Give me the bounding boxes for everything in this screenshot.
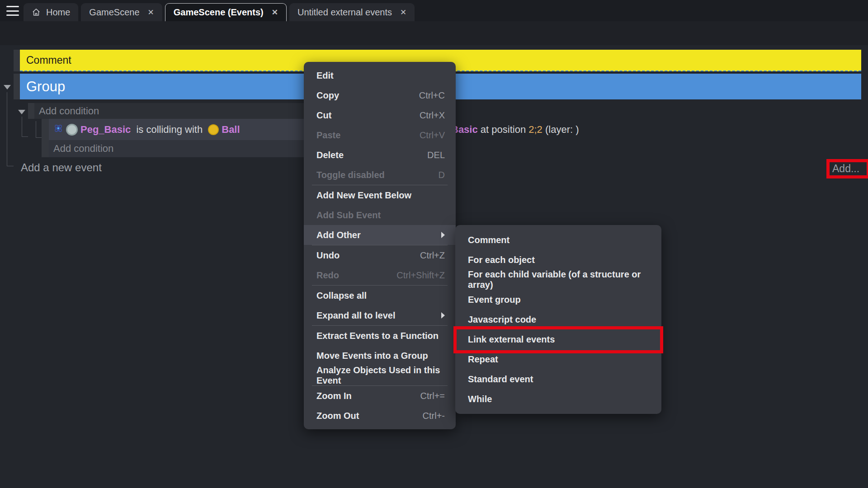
menu-item-label: Delete <box>316 150 427 160</box>
menu-item-label: Javascript code <box>468 314 651 325</box>
context-menu-item-cut[interactable]: CutCtrl+X <box>304 105 456 125</box>
tab-home[interactable]: Home <box>24 3 78 21</box>
menu-item-label: While <box>468 394 651 404</box>
submenu-item-event-group[interactable]: Event group <box>455 290 661 310</box>
menu-item-shortcut: Ctrl+Shift+Z <box>396 270 445 281</box>
drag-handle[interactable] <box>28 103 34 119</box>
collapse-arrow-icon[interactable] <box>18 110 25 114</box>
group-title: Group <box>26 79 65 95</box>
peg-basic-object-icon <box>66 124 78 136</box>
menu-item-label: Collapse all <box>316 291 445 301</box>
menu-item-shortcut: D <box>439 170 445 180</box>
condition-object-name: Peg_Basic <box>80 124 131 136</box>
toolbar: Preview Publish <box>0 21 868 45</box>
action-row[interactable]: Basic at position 2;2 (layer: ) <box>451 123 579 136</box>
context-menu-item-expand-all-to-level[interactable]: Expand all to level <box>304 305 456 325</box>
drag-handle[interactable] <box>14 50 20 71</box>
context-menu-item-toggle-disabled[interactable]: Toggle disabledD <box>304 165 456 185</box>
menu-item-shortcut: Ctrl+C <box>419 90 445 101</box>
menu-item-label: Zoom Out <box>316 411 423 421</box>
action-text: at position <box>478 124 529 136</box>
submenu-item-standard-event[interactable]: Standard event <box>455 369 661 389</box>
menu-item-label: Copy <box>316 90 419 101</box>
menu-item-label: Zoom In <box>316 391 420 401</box>
context-menu-item-extract-events-to-a-function[interactable]: Extract Events to a Function <box>304 326 456 346</box>
add-condition-label: Add condition <box>39 105 99 117</box>
menu-item-shortcut: Ctrl+- <box>423 411 445 421</box>
action-coordinates: 2;2 <box>528 124 542 136</box>
add-new-event-label: Add a new event <box>21 161 102 174</box>
menu-item-label: Comment <box>468 235 651 245</box>
tab-bar: HomeGameScene✕GameScene (Events)✕Untitle… <box>0 0 868 21</box>
tab-label: GameScene <box>89 7 139 18</box>
tree-line <box>7 166 14 166</box>
collapse-arrow-icon[interactable] <box>4 85 11 89</box>
tree-line <box>22 117 22 136</box>
tab-gamescene-events[interactable]: GameScene (Events)✕ <box>165 3 287 21</box>
condition-text: is colliding with <box>133 124 205 136</box>
tab-gamescene[interactable]: GameScene✕ <box>81 3 162 21</box>
menu-item-label: Add New Event Below <box>316 190 445 201</box>
tab-strip: HomeGameScene✕GameScene (Events)✕Untitle… <box>24 3 415 21</box>
context-menu: EditCopyCtrl+CCutCtrl+XPasteCtrl+VDelete… <box>304 62 456 429</box>
context-menu-item-redo[interactable]: RedoCtrl+Shift+Z <box>304 265 456 285</box>
condition-object2-name: Ball <box>222 124 240 136</box>
menu-item-label: Add Sub Event <box>316 210 445 221</box>
tree-line <box>22 136 28 137</box>
menu-item-shortcut: Ctrl+V <box>420 130 445 141</box>
menu-item-shortcut: Ctrl+X <box>420 110 445 121</box>
tree-line <box>36 121 36 137</box>
close-icon[interactable]: ✕ <box>148 8 154 17</box>
comment-text: Comment <box>26 54 71 66</box>
physics-behavior-icon <box>53 123 63 136</box>
context-menu-item-copy[interactable]: CopyCtrl+C <box>304 85 456 105</box>
tab-label: Home <box>46 7 70 18</box>
submenu-item-for-each-object[interactable]: For each object <box>455 250 661 270</box>
action-layer-text: (layer: ) <box>542 124 579 136</box>
menu-item-label: Event group <box>468 295 651 305</box>
add-new-event-link[interactable]: Add a new event <box>21 161 102 174</box>
close-icon[interactable]: ✕ <box>272 8 278 17</box>
menu-item-label: Extract Events to a Function <box>316 331 445 341</box>
hamburger-menu-icon[interactable] <box>6 6 19 16</box>
menu-item-shortcut: Ctrl+= <box>420 391 445 401</box>
context-menu-item-undo[interactable]: UndoCtrl+Z <box>304 245 456 265</box>
annotation-box-link-external-events <box>453 326 663 353</box>
submenu-arrow-icon <box>441 312 445 319</box>
close-icon[interactable]: ✕ <box>400 8 406 17</box>
submenu-item-while[interactable]: While <box>455 389 661 409</box>
context-menu-item-zoom-in[interactable]: Zoom InCtrl+= <box>304 386 456 406</box>
menu-item-label: Cut <box>316 110 420 121</box>
menu-item-label: Repeat <box>468 354 651 365</box>
context-menu-item-edit[interactable]: Edit <box>304 66 456 85</box>
context-menu-item-zoom-out[interactable]: Zoom OutCtrl+- <box>304 406 456 426</box>
drag-handle[interactable] <box>42 119 49 157</box>
context-menu-item-add-new-event-below[interactable]: Add New Event Below <box>304 185 456 205</box>
menu-item-label: Standard event <box>468 374 651 385</box>
menu-item-label: For each child variable (of a structure … <box>468 269 651 290</box>
home-icon <box>32 8 41 17</box>
context-menu-item-paste[interactable]: PasteCtrl+V <box>304 125 456 145</box>
context-menu-item-delete[interactable]: DeleteDEL <box>304 145 456 165</box>
context-menu-item-move-events-into-a-group[interactable]: Move Events into a Group <box>304 346 456 366</box>
submenu-item-for-each-child-variable-of-a-structure-or-array[interactable]: For each child variable (of a structure … <box>455 270 661 290</box>
add-action-button[interactable]: Add... <box>832 163 859 175</box>
add-other-submenu: CommentFor each objectFor each child var… <box>455 225 661 414</box>
tree-line <box>36 137 42 138</box>
tree-line <box>7 92 7 166</box>
menu-item-label: Analyze Objects Used in this Event <box>316 365 445 386</box>
context-menu-item-analyze-objects-used-in-this-event[interactable]: Analyze Objects Used in this Event <box>304 366 456 385</box>
menu-item-label: Undo <box>316 250 420 261</box>
drag-handle[interactable] <box>14 74 20 99</box>
add-condition-sub-button[interactable]: Add condition <box>53 140 113 157</box>
context-menu-item-collapse-all[interactable]: Collapse all <box>304 286 456 305</box>
menu-item-label: Expand all to level <box>316 310 436 321</box>
tab-untitled-external-events[interactable]: Untitled external events✕ <box>289 3 415 21</box>
menu-item-label: Toggle disabled <box>316 170 439 180</box>
context-menu-item-add-other[interactable]: Add Other <box>304 225 456 245</box>
submenu-item-comment[interactable]: Comment <box>455 230 661 250</box>
context-menu-item-add-sub-event[interactable]: Add Sub Event <box>304 205 456 225</box>
ball-object-icon <box>208 124 219 135</box>
menu-item-label: For each object <box>468 255 651 265</box>
annotation-box-add-button: Add... <box>826 159 868 178</box>
